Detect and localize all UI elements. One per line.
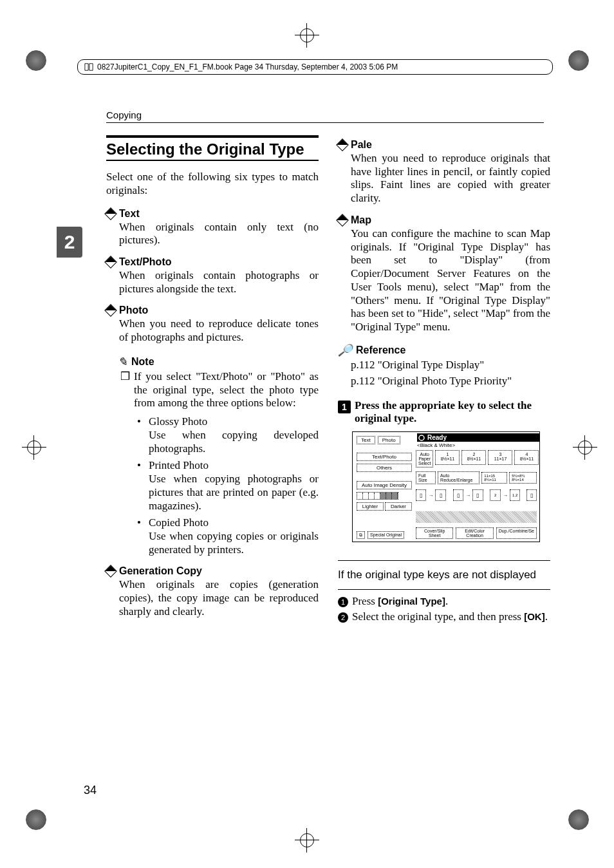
- diamond-icon: [104, 565, 117, 578]
- step-number-icon: 1: [338, 401, 351, 413]
- step-circle-icon: 1: [338, 597, 348, 607]
- panel-bottom-left: ⧉ Special Original: [357, 531, 404, 539]
- diamond-icon: [104, 305, 117, 317]
- list-item: • Copied Photo Use when copying copies o…: [137, 516, 319, 556]
- tray-3: 311×17: [488, 450, 512, 465]
- panel-ready-label: Ready: [427, 434, 447, 441]
- panel-row-dup: ▯ → ▯ ▯ → ▯ 2 → 1,2 ▯: [416, 489, 537, 501]
- page-icon: 1,2: [510, 489, 520, 501]
- panel-bottom-btn: Edit/Color Creation: [456, 527, 493, 539]
- panel-trays: 18½×11 28½×11 311×17 48½×11: [435, 450, 539, 465]
- panel-btn: Text/Photo: [357, 453, 412, 461]
- bullet-desc: Use when copying photographs or pictures…: [149, 473, 319, 511]
- left-column: Selecting the Original Type Select one o…: [106, 135, 319, 626]
- diamond-icon: [336, 138, 349, 151]
- panel-autopaper: Auto Paper Select: [418, 452, 431, 466]
- panel-bottom-row: Cover/Slip Sheet Edit/Color Creation Dup…: [416, 527, 537, 539]
- reference-item: p.112 "Original Type Display": [351, 359, 550, 372]
- tray-2: 28½×11: [461, 450, 486, 465]
- arrow-icon: →: [503, 493, 508, 498]
- crosshair-top: [297, 26, 317, 45]
- reference-label: Reference: [356, 344, 405, 356]
- diamond-icon: [104, 207, 117, 220]
- rule: [338, 589, 550, 590]
- box-bullet-icon: ❒: [120, 370, 130, 410]
- page-number: 34: [84, 784, 97, 797]
- bullet-name: Printed Photo: [149, 459, 209, 471]
- control-panel-figure: Text Photo Ready <Black & White> Text/Ph…: [352, 431, 540, 542]
- right-column: Pale When you need to reproduce original…: [338, 135, 550, 626]
- sub-step-text: Press [Original Type].: [352, 595, 448, 608]
- pencil-icon: ✎: [118, 355, 127, 369]
- list-item: • Printed Photo Use when copying photogr…: [137, 459, 319, 513]
- section-title: Selecting the Original Type: [106, 135, 319, 161]
- page-icon: ▯: [416, 489, 426, 501]
- rule: [338, 560, 550, 561]
- page-icon: ▯: [453, 489, 463, 501]
- framemaker-header: 0827JupiterC1_Copy_EN_F1_FM.book Page 34…: [77, 59, 553, 75]
- head-label: Text: [119, 208, 140, 220]
- panel-btn: Others: [357, 464, 412, 472]
- arrow-icon: →: [465, 493, 470, 498]
- bullet-name: Glossy Photo: [149, 415, 207, 428]
- running-head-rule: [106, 122, 544, 123]
- head-map: Map: [338, 214, 550, 226]
- sub-step: 2 Select the original type, and then pre…: [338, 610, 550, 623]
- density-meter: [357, 492, 398, 500]
- key-label: [Original Type]: [378, 596, 445, 607]
- sub-procedure-steps: 1 Press [Original Type]. 2 Select the or…: [338, 595, 550, 623]
- page-icon: ▯: [472, 489, 483, 501]
- panel-btn: Auto Image Density: [357, 481, 412, 489]
- body-text: When originals contain only text (no pic…: [119, 221, 319, 247]
- panel-row-sizes: Full Size Auto Reduce/Enlarge 11×15 8½×1…: [416, 471, 537, 484]
- bullet-name: Copied Photo: [149, 516, 209, 529]
- sub-step: 1 Press [Original Type].: [338, 595, 550, 608]
- running-head: Copying: [106, 109, 142, 120]
- section-title-text: Selecting the Original Type: [106, 140, 319, 158]
- chapter-tab: 2: [57, 227, 82, 258]
- step-circle-icon: 2: [338, 612, 348, 623]
- ready-circle-icon: [418, 435, 425, 441]
- panel-left-buttons: Text/Photo Others Auto Image Density Lig…: [357, 453, 412, 511]
- step-text: Press the appropriate key to select the …: [355, 399, 550, 425]
- page-icon: ▯: [526, 489, 537, 501]
- panel-right-area: Auto Paper Select 18½×11 28½×11 311×17 4…: [416, 450, 537, 501]
- bullet-desc: Use when copying developed photographs.: [149, 429, 319, 455]
- diamond-icon: [336, 214, 349, 227]
- head-text: Text: [106, 208, 319, 220]
- panel-autoreduce: Auto Reduce/Enlarge: [438, 471, 479, 484]
- panel-sizes-a: 11×15 8½×11: [481, 472, 507, 484]
- key-label: [OK]: [524, 611, 545, 622]
- bullet-icon: •: [137, 516, 144, 556]
- panel-bottom-btn: Cover/Slip Sheet: [416, 527, 453, 539]
- panel-sizes-b: 5½×8½ 8½×14: [509, 472, 537, 484]
- bullet-body: Printed Photo Use when copying photograp…: [149, 459, 319, 513]
- list-item: ❒ If you select "Text/Photo" or "Photo" …: [120, 370, 319, 410]
- body-text: When you need to reproduce originals tha…: [351, 152, 550, 205]
- reference-item: p.112 "Original Photo Type Priority": [351, 375, 550, 388]
- diamond-icon: [104, 256, 117, 269]
- bullet-icon: •: [137, 415, 144, 455]
- panel-btn-darker: Darker: [385, 502, 412, 511]
- bullet-body: Copied Photo Use when copying copies or …: [149, 516, 319, 556]
- svg-point-0: [419, 435, 424, 440]
- crosshair-bottom: [297, 831, 317, 850]
- head-textphoto: Text/Photo: [106, 256, 319, 268]
- bullet-body: Glossy Photo Use when copying developed …: [149, 415, 319, 455]
- head-label: Text/Photo: [119, 256, 171, 268]
- print-mark-tl: [26, 50, 49, 73]
- note-heading: ✎ Note: [118, 355, 319, 369]
- book-icon: [84, 62, 93, 71]
- panel-bottom-btn: Dup./Combine/Se: [496, 527, 537, 539]
- panel-btn-lighter: Lighter: [357, 502, 384, 511]
- list-item: • Glossy Photo Use when copying develope…: [137, 415, 319, 455]
- panel-icon-cell: ⧉: [357, 531, 365, 539]
- sub-procedure: If the original type keys are not displa…: [338, 555, 550, 626]
- note-list: ❒ If you select "Text/Photo" or "Photo" …: [120, 370, 319, 410]
- head-label: Photo: [119, 305, 148, 316]
- panel-fullsize: Full Size: [416, 471, 436, 484]
- magnifier-icon: 🔎: [338, 343, 352, 357]
- head-pale: Pale: [338, 139, 550, 151]
- reference-heading: 🔎 Reference: [338, 343, 550, 357]
- bullet-icon: •: [137, 459, 144, 513]
